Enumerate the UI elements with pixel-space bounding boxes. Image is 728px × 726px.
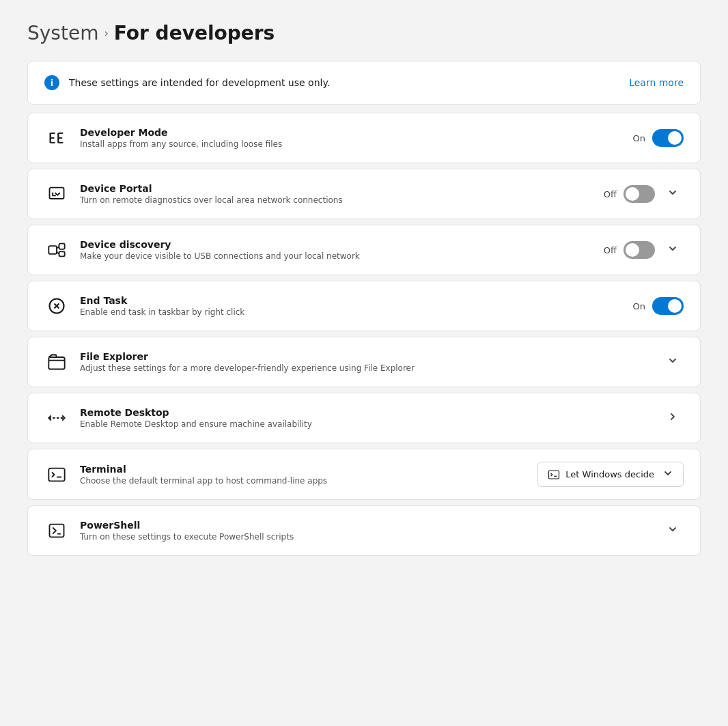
toggle-label-end-task: On (633, 301, 645, 311)
setting-left-powershell: PowerShellTurn on these settings to exec… (44, 518, 294, 543)
setting-desc-device-portal: Turn on remote diagnostics over local ar… (80, 195, 343, 205)
setting-left-developer-mode: Developer ModeInstall apps from any sour… (44, 126, 282, 150)
svg-rect-21 (549, 471, 559, 479)
setting-right-powershell (662, 520, 684, 542)
breadcrumb-chevron-icon: › (104, 27, 108, 40)
chevron-down-btn-device-discovery[interactable] (662, 239, 684, 261)
chevron-down-btn-powershell[interactable] (662, 520, 684, 542)
svg-rect-11 (59, 251, 65, 256)
setting-title-device-portal: Device Portal (80, 183, 343, 194)
terminal-dropdown-value: Let Windows decide (565, 469, 654, 479)
toggle-device-portal[interactable] (624, 185, 655, 203)
setting-left-file-explorer: File ExplorerAdjust these settings for a… (44, 350, 415, 374)
setting-right-terminal: Let Windows decide (537, 462, 684, 487)
toggle-label-developer-mode: On (633, 133, 645, 143)
setting-row-remote-desktop: Remote DesktopEnable Remote Desktop and … (27, 393, 701, 443)
setting-left-end-task: End TaskEnable end task in taskbar by ri… (44, 294, 244, 318)
setting-row-terminal: TerminalChoose the default terminal app … (27, 449, 701, 500)
terminal-dropdown-icon (548, 469, 560, 481)
settings-list: Developer ModeInstall apps from any sour… (27, 113, 701, 556)
toggle-device-discovery[interactable] (624, 241, 655, 259)
setting-desc-device-discovery: Make your device visible to USB connecti… (80, 251, 360, 261)
powershell-icon (44, 518, 69, 543)
setting-title-remote-desktop: Remote Desktop (80, 407, 312, 418)
remote-desktop-icon (44, 406, 69, 430)
device-discovery-icon (44, 238, 69, 262)
svg-rect-9 (48, 246, 57, 254)
device-portal-icon (44, 182, 69, 206)
setting-info-device-portal: Device PortalTurn on remote diagnostics … (80, 183, 343, 205)
setting-right-end-task: On (633, 297, 684, 315)
setting-title-terminal: Terminal (80, 464, 327, 475)
setting-row-device-discovery: Device discoveryMake your device visible… (27, 225, 701, 275)
developer-mode-icon (44, 126, 69, 150)
toggle-label-device-portal: Off (604, 189, 617, 199)
svg-rect-19 (48, 468, 64, 481)
setting-left-device-discovery: Device discoveryMake your device visible… (44, 238, 360, 262)
setting-title-device-discovery: Device discovery (80, 239, 360, 250)
end-task-icon (44, 294, 69, 318)
setting-desc-file-explorer: Adjust these settings for a more develop… (80, 363, 415, 373)
breadcrumb-system-link[interactable]: System (27, 22, 98, 44)
setting-left-terminal: TerminalChoose the default terminal app … (44, 462, 327, 487)
setting-desc-powershell: Turn on these settings to execute PowerS… (80, 532, 294, 542)
setting-right-device-portal: Off (604, 183, 684, 205)
setting-row-file-explorer: File ExplorerAdjust these settings for a… (27, 337, 701, 387)
info-banner: i These settings are intended for develo… (27, 61, 701, 104)
setting-info-powershell: PowerShellTurn on these settings to exec… (80, 520, 294, 542)
setting-row-device-portal: Device PortalTurn on remote diagnostics … (27, 169, 701, 219)
svg-rect-8 (50, 188, 64, 199)
setting-right-file-explorer (662, 351, 684, 373)
setting-row-end-task: End TaskEnable end task in taskbar by ri… (27, 281, 701, 331)
breadcrumb: System › For developers (27, 22, 701, 44)
svg-rect-10 (59, 244, 65, 249)
chevron-down-icon-device-portal (667, 187, 678, 201)
chevron-down-btn-file-explorer[interactable] (662, 351, 684, 373)
chevron-right-btn-remote-desktop[interactable] (662, 407, 684, 429)
setting-desc-remote-desktop: Enable Remote Desktop and ensure machine… (80, 419, 312, 429)
setting-info-terminal: TerminalChoose the default terminal app … (80, 464, 327, 486)
setting-left-remote-desktop: Remote DesktopEnable Remote Desktop and … (44, 406, 312, 430)
terminal-dropdown-chevron-icon (662, 468, 673, 481)
setting-title-developer-mode: Developer Mode (80, 127, 282, 138)
setting-info-developer-mode: Developer ModeInstall apps from any sour… (80, 127, 282, 149)
terminal-icon (44, 462, 69, 487)
setting-desc-end-task: Enable end task in taskbar by right clic… (80, 307, 244, 317)
toggle-end-task[interactable] (652, 297, 684, 315)
info-banner-text: These settings are intended for developm… (69, 77, 330, 88)
chevron-down-icon-powershell (667, 524, 678, 537)
chevron-right-icon-remote-desktop (667, 411, 678, 425)
toggle-developer-mode[interactable] (652, 129, 684, 147)
terminal-dropdown[interactable]: Let Windows decide (537, 462, 684, 487)
setting-title-powershell: PowerShell (80, 520, 294, 531)
setting-desc-developer-mode: Install apps from any source, including … (80, 139, 282, 149)
toggle-label-device-discovery: Off (604, 245, 617, 255)
learn-more-link[interactable]: Learn more (629, 77, 684, 88)
setting-info-remote-desktop: Remote DesktopEnable Remote Desktop and … (80, 407, 312, 429)
setting-left-device-portal: Device PortalTurn on remote diagnostics … (44, 182, 343, 206)
setting-title-file-explorer: File Explorer (80, 351, 415, 362)
info-banner-left: i These settings are intended for develo… (44, 75, 330, 90)
info-circle-icon: i (44, 75, 59, 90)
chevron-down-icon-device-discovery (667, 243, 678, 257)
setting-info-device-discovery: Device discoveryMake your device visible… (80, 239, 360, 261)
setting-title-end-task: End Task (80, 295, 244, 306)
setting-desc-terminal: Choose the default terminal app to host … (80, 476, 327, 486)
chevron-down-btn-device-portal[interactable] (662, 183, 684, 205)
setting-row-powershell: PowerShellTurn on these settings to exec… (27, 505, 701, 556)
svg-rect-17 (48, 357, 64, 369)
setting-right-developer-mode: On (633, 129, 684, 147)
setting-right-device-discovery: Off (604, 239, 684, 261)
setting-row-developer-mode: Developer ModeInstall apps from any sour… (27, 113, 701, 163)
setting-info-end-task: End TaskEnable end task in taskbar by ri… (80, 295, 244, 317)
setting-right-remote-desktop (662, 407, 684, 429)
file-explorer-icon (44, 350, 69, 374)
chevron-down-icon-file-explorer (667, 355, 678, 369)
page-title: For developers (114, 22, 275, 44)
setting-info-file-explorer: File ExplorerAdjust these settings for a… (80, 351, 415, 373)
